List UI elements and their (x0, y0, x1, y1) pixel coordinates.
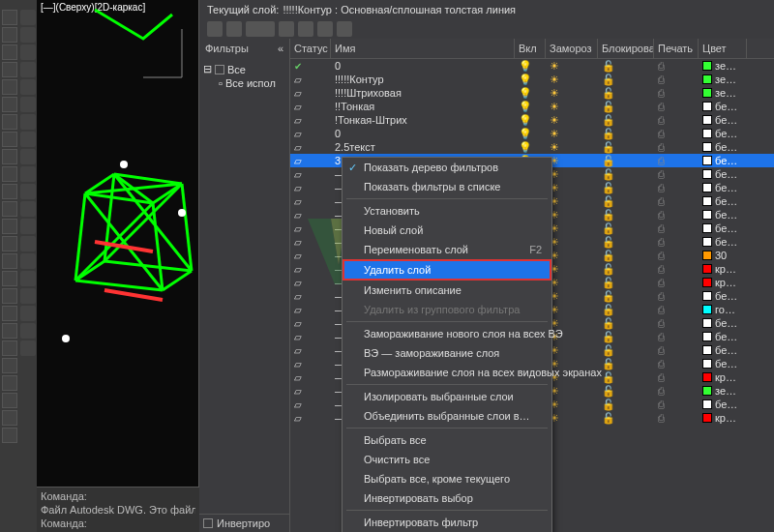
context-menu-item[interactable]: ВЭ — замораживание слоя (342, 343, 551, 363)
color-swatch[interactable] (702, 372, 712, 382)
color-swatch[interactable] (702, 237, 712, 247)
table-row[interactable]: ▱!!!!Штриховая💡☀🔓⎙зе… (290, 86, 774, 100)
col-lock[interactable]: Блокирова (598, 39, 654, 58)
col-freeze[interactable]: Замороз (546, 39, 598, 58)
lock-icon[interactable]: 🔓 (602, 114, 615, 127)
color-swatch[interactable] (702, 74, 712, 84)
printer-icon[interactable]: ⎙ (658, 60, 665, 72)
tool-icon[interactable] (2, 132, 17, 147)
layer-tool-icon[interactable] (298, 21, 313, 37)
invert-checkbox[interactable] (203, 518, 213, 528)
printer-icon[interactable]: ⎙ (658, 182, 665, 193)
lock-icon[interactable]: 🔓 (602, 209, 615, 222)
context-menu-item[interactable]: Инвертировать фильтр (342, 513, 551, 532)
tool-icon[interactable] (20, 149, 36, 164)
viewport[interactable]: [—](Сверху)[2D-каркас] (37, 0, 199, 532)
color-swatch[interactable] (702, 142, 712, 152)
tool-icon[interactable] (20, 166, 36, 182)
sun-icon[interactable]: ☀ (550, 60, 559, 73)
lock-icon[interactable]: 🔓 (602, 385, 615, 398)
printer-icon[interactable]: ⎙ (658, 317, 665, 329)
tool-icon[interactable] (2, 184, 17, 199)
tool-icon[interactable] (2, 340, 17, 356)
layer-name-cell[interactable]: !!!!Штриховая (331, 87, 515, 99)
filter-all-used[interactable]: Все испол (225, 77, 276, 89)
tool-icon[interactable] (20, 62, 36, 77)
bulb-icon[interactable]: 💡 (519, 141, 532, 154)
lock-icon[interactable]: 🔓 (602, 236, 615, 249)
tool-icon[interactable] (2, 306, 17, 321)
lock-icon[interactable]: 🔓 (602, 412, 615, 425)
printer-icon[interactable]: ⎙ (658, 168, 665, 180)
color-swatch[interactable] (702, 115, 712, 125)
tool-icon[interactable] (2, 44, 17, 60)
printer-icon[interactable]: ⎙ (658, 141, 665, 153)
lock-icon[interactable]: 🔓 (602, 168, 615, 181)
sun-icon[interactable]: ☀ (550, 141, 559, 154)
lock-icon[interactable]: 🔓 (602, 250, 615, 262)
lock-icon[interactable]: 🔓 (602, 141, 615, 154)
table-row[interactable]: ▱!Тонкая-Штрих💡☀🔓⎙бе… (290, 113, 774, 127)
color-swatch[interactable] (702, 169, 712, 179)
lock-icon[interactable]: 🔓 (602, 290, 615, 303)
printer-icon[interactable]: ⎙ (658, 371, 665, 383)
lock-icon[interactable]: 🔓 (602, 182, 615, 194)
color-swatch[interactable] (702, 183, 712, 192)
layer-tool-icon[interactable] (207, 21, 223, 37)
layer-tool-icon[interactable] (317, 21, 333, 37)
tool-icon[interactable] (20, 27, 36, 43)
color-swatch[interactable] (702, 291, 712, 301)
printer-icon[interactable]: ⎙ (658, 209, 665, 221)
bulb-icon[interactable]: 💡 (519, 60, 532, 73)
tool-icon[interactable] (20, 10, 36, 25)
printer-icon[interactable]: ⎙ (658, 263, 665, 275)
printer-icon[interactable]: ⎙ (658, 222, 665, 234)
printer-icon[interactable]: ⎙ (658, 195, 665, 207)
layer-tool-icon[interactable] (226, 21, 242, 37)
lock-icon[interactable]: 🔓 (602, 74, 615, 86)
printer-icon[interactable]: ⎙ (658, 290, 665, 302)
tool-icon[interactable] (20, 236, 36, 251)
tool-icon[interactable] (20, 253, 36, 269)
color-swatch[interactable] (702, 413, 712, 423)
bulb-icon[interactable]: 💡 (519, 114, 532, 127)
col-color[interactable]: Цвет (699, 39, 747, 58)
printer-icon[interactable]: ⎙ (658, 101, 665, 112)
lock-icon[interactable]: 🔓 (602, 222, 615, 235)
tool-icon[interactable] (20, 340, 36, 356)
layer-context-menu[interactable]: Показать дерево фильтровПоказать фильтры… (342, 157, 552, 532)
bulb-icon[interactable]: 💡 (519, 87, 532, 100)
tool-icon[interactable] (2, 97, 17, 112)
tool-icon[interactable] (20, 79, 36, 95)
tool-icon[interactable] (20, 288, 36, 304)
tool-icon[interactable] (20, 323, 36, 339)
layer-name-cell[interactable]: !Тонкая-Штрих (331, 114, 515, 126)
lock-icon[interactable]: 🔓 (602, 344, 615, 357)
color-swatch[interactable] (702, 332, 712, 341)
context-menu-item[interactable]: Размораживание слоя на всех видовых экра… (342, 363, 551, 382)
tool-icon[interactable] (20, 201, 36, 217)
printer-icon[interactable]: ⎙ (658, 250, 665, 261)
sun-icon[interactable]: ☀ (550, 87, 559, 100)
tool-icon[interactable] (2, 201, 17, 217)
tool-icon[interactable] (2, 79, 17, 95)
context-menu-item[interactable]: Изменить описание (342, 281, 551, 300)
table-row[interactable]: ▱2.5текст💡☀🔓⎙бе… (290, 140, 774, 154)
printer-icon[interactable]: ⎙ (658, 277, 665, 288)
printer-icon[interactable]: ⎙ (658, 344, 665, 356)
col-plot[interactable]: Печать (654, 39, 699, 58)
color-swatch[interactable] (702, 264, 712, 274)
lock-icon[interactable]: 🔓 (602, 331, 615, 343)
tool-icon[interactable] (2, 149, 17, 164)
color-swatch[interactable] (702, 88, 712, 98)
table-row[interactable]: ▱!!Тонкая💡☀🔓⎙бе… (290, 100, 774, 113)
color-swatch[interactable] (702, 129, 712, 138)
table-row[interactable]: ▱!!!!!Контур💡☀🔓⎙зе… (290, 73, 774, 86)
layer-tool-icon[interactable] (337, 21, 352, 37)
tool-icon[interactable] (20, 184, 36, 199)
color-swatch[interactable] (702, 345, 712, 355)
printer-icon[interactable]: ⎙ (658, 304, 665, 315)
layer-name-cell[interactable]: 0 (331, 60, 515, 72)
printer-icon[interactable]: ⎙ (658, 412, 665, 424)
printer-icon[interactable]: ⎙ (658, 385, 665, 397)
